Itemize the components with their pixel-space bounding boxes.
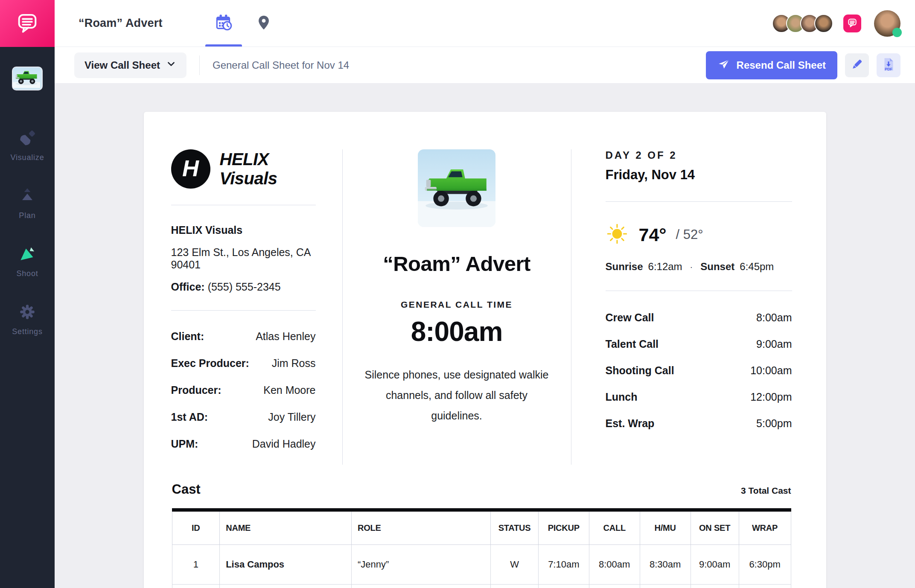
crew-row-value: Joy Tillery: [268, 411, 315, 423]
company-address: 123 Elm St., Los Angeles, CA 90401: [171, 246, 316, 271]
avatar[interactable]: [814, 14, 833, 33]
cast-column-header: ON SET: [691, 510, 739, 545]
schedule-row: Est. Wrap5:00pm: [606, 417, 792, 430]
day-count-label: DAY 2 OF 2: [606, 149, 792, 161]
sidebar-item-visualize[interactable]: Visualize: [11, 128, 44, 162]
gear-icon: [17, 302, 37, 323]
cast-total-badge: 3 Total Cast: [741, 486, 791, 496]
general-call-time: 8:00am: [361, 316, 552, 347]
production-note: Silence phones, use designated walkie ch…: [361, 364, 552, 426]
sidebar-item-plan[interactable]: Plan: [17, 186, 37, 220]
schedule-row-label: Lunch: [606, 391, 638, 403]
schedule-row: Shooting Call10:00am: [606, 364, 792, 377]
cast-section: Cast 3 Total Cast IDNAMEROLESTATUSPICKUP…: [144, 465, 826, 588]
chat-bubble-icon: [15, 10, 40, 37]
collaborator-avatars[interactable]: [772, 14, 833, 33]
production-title: “Roam” Advert: [361, 252, 552, 276]
crew-row-label: Producer:: [171, 384, 221, 396]
notification-bubble-icon: [847, 17, 858, 30]
company-logo: H HELIX Visuals: [171, 149, 316, 189]
crew-row: Exec Producer:Jim Ross: [171, 357, 316, 370]
schedule-row-label: Talent Call: [606, 338, 659, 350]
main-area: H HELIX Visuals HELIX Visuals 123 Elm St…: [55, 84, 915, 588]
cast-cell: W: [491, 545, 539, 585]
schedule-row-label: Crew Call: [606, 311, 654, 324]
notifications-button[interactable]: [843, 15, 861, 32]
divider: [606, 291, 792, 291]
cast-cell: 9:15am: [691, 585, 739, 588]
sunset-label: Sunset: [700, 261, 734, 273]
cast-cell: 7:30am: [538, 585, 589, 588]
crew-row: Producer:Ken Moore: [171, 384, 316, 396]
crew-row: Client:Atlas Henley: [171, 330, 316, 343]
company-office-phone: Office: (555) 555-2345: [171, 281, 316, 293]
divider: [171, 310, 316, 311]
download-pdf-button[interactable]: PDF: [877, 53, 900, 77]
sidebar-item-settings[interactable]: Settings: [12, 302, 42, 336]
cast-cell: 7:10am: [538, 545, 589, 585]
cast-cell: 8:30am: [640, 545, 691, 585]
crew-row-label: Client:: [171, 330, 204, 343]
production-photo: [418, 149, 495, 227]
topbar-right-cluster: [772, 10, 900, 37]
tab-locations[interactable]: [244, 0, 284, 47]
crew-row-value: Jim Ross: [272, 357, 316, 370]
schedule-row-value: 12:00pm: [750, 391, 792, 403]
cast-row[interactable]: 2Julian Merritt“Valerie”SW7:30am8:20am9:…: [172, 585, 791, 588]
app-window: “Roam” Advert: [0, 0, 915, 588]
cast-cell: SW: [491, 585, 539, 588]
crew-row-label: Exec Producer:: [171, 357, 249, 370]
view-call-sheet-label: View Call Sheet: [85, 59, 160, 71]
location-pin-icon: [255, 14, 273, 33]
cast-column-header: STATUS: [491, 510, 539, 545]
cast-column-header: H/MU: [640, 510, 691, 545]
crew-row-value: Ken Moore: [263, 384, 315, 396]
cast-cell: 2: [172, 585, 220, 588]
schedule-row: Talent Call9:00am: [606, 338, 792, 350]
cast-cell: 8:20am: [589, 585, 640, 588]
schedule-row-value: 9:00am: [756, 338, 792, 350]
call-sheet-card: H HELIX Visuals HELIX Visuals 123 Elm St…: [144, 112, 826, 588]
project-thumbnail[interactable]: [12, 67, 43, 90]
cast-table: IDNAMEROLESTATUSPICKUPCALLH/MUON SETWRAP…: [172, 508, 791, 588]
cast-column-header: NAME: [220, 510, 352, 545]
schedule-row-value: 5:00pm: [756, 417, 792, 430]
company-name: HELIX Visuals: [171, 224, 316, 236]
cast-cell: Lisa Campos: [220, 545, 352, 585]
resend-label: Resend Call Sheet: [737, 59, 826, 71]
view-call-sheet-dropdown[interactable]: View Call Sheet: [74, 52, 186, 78]
company-logo-text: HELIX Visuals: [220, 150, 316, 188]
chevron-down-icon: [166, 59, 176, 72]
resend-call-sheet-button[interactable]: Resend Call Sheet: [706, 51, 837, 79]
shoot-date: Friday, Nov 14: [606, 167, 792, 183]
sidebar-item-label: Visualize: [11, 153, 44, 162]
crew-row-label: UPM:: [171, 438, 198, 450]
top-bar: “Roam” Advert: [55, 0, 915, 47]
edit-call-sheet-button[interactable]: [845, 53, 869, 77]
call-sheet-toolbar: View Call Sheet General Call Sheet for N…: [55, 47, 915, 84]
general-call-time-label: GENERAL CALL TIME: [361, 300, 552, 310]
cast-cell: “Valerie”: [351, 585, 490, 588]
sidebar-menu: Visualize Plan Shoot: [11, 128, 44, 360]
sidebar-item-label: Shoot: [16, 269, 38, 278]
sidebar-item-shoot[interactable]: Shoot: [16, 244, 38, 278]
cast-column-header: CALL: [589, 510, 640, 545]
tab-call-sheet-schedule[interactable]: [204, 0, 244, 47]
schedule-list: Crew Call8:00amTalent Call9:00amShooting…: [606, 311, 792, 430]
cast-cell: “Jenny”: [351, 545, 490, 585]
studiobinder-logo[interactable]: [0, 0, 55, 47]
divider: [606, 201, 792, 202]
pencil-icon: [850, 58, 864, 73]
cast-cell: 6:30pm: [739, 585, 791, 588]
divider: [171, 205, 316, 205]
online-status-dot: [892, 28, 902, 37]
cast-row[interactable]: 1Lisa Campos“Jenny”W7:10am8:00am8:30am9:…: [172, 545, 791, 585]
cast-title: Cast: [172, 482, 201, 497]
schedule-row-value: 8:00am: [756, 311, 792, 324]
cast-cell: 9:00am: [691, 545, 739, 585]
shoot-icon: [17, 244, 37, 265]
svg-text:PDF: PDF: [885, 67, 893, 71]
cast-cell: 8:00am: [589, 545, 640, 585]
user-profile-avatar[interactable]: [874, 10, 900, 37]
temp-low: / 52°: [676, 227, 703, 242]
